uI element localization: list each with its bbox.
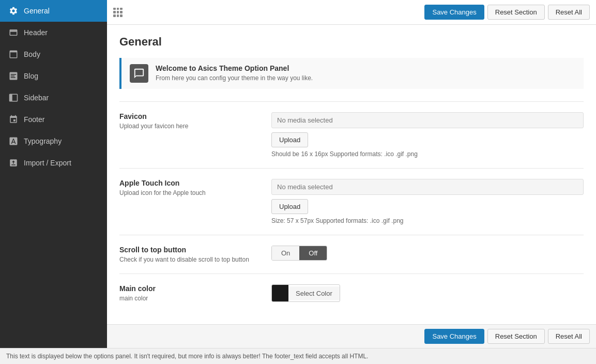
top-bar: Save Changes Reset Section Reset All bbox=[107, 0, 596, 25]
sidebar-item-blog-label: Blog bbox=[24, 72, 38, 80]
content-area: General Welcome to Asics Theme Option Pa… bbox=[107, 25, 596, 348]
top-reset-all-button[interactable]: Reset All bbox=[548, 5, 590, 20]
favicon-media-input[interactable] bbox=[271, 112, 584, 128]
color-swatch bbox=[272, 285, 288, 301]
bottom-reset-all-button[interactable]: Reset All bbox=[548, 329, 590, 344]
sidebar-item-body[interactable]: Body bbox=[0, 43, 107, 65]
bottom-save-button[interactable]: Save Changes bbox=[424, 329, 484, 344]
bottom-bar: Save Changes Reset Section Reset All bbox=[107, 324, 596, 348]
sidebar-item-import-export[interactable]: Import / Export bbox=[0, 152, 107, 174]
top-bar-left bbox=[113, 8, 123, 17]
favicon-section: Favicon Upload your favicon here Upload … bbox=[119, 101, 584, 168]
apple-touch-section: Apple Touch Icon Upload icon for the App… bbox=[119, 168, 584, 235]
scroll-top-description: Check if you want to disable scroll to t… bbox=[119, 256, 259, 263]
apple-touch-upload-button[interactable]: Upload bbox=[271, 199, 308, 214]
page-title: General bbox=[119, 35, 584, 49]
top-bar-right: Save Changes Reset Section Reset All bbox=[424, 5, 590, 20]
sidebar-item-footer-label: Footer bbox=[24, 115, 44, 124]
grid-view-icon[interactable] bbox=[113, 8, 123, 17]
sidebar-item-import-export-label: Import / Export bbox=[24, 159, 71, 167]
blog-icon bbox=[8, 71, 19, 81]
scroll-top-section: Scroll to top button Check if you want t… bbox=[119, 235, 584, 274]
favicon-description: Upload your favicon here bbox=[119, 123, 259, 130]
apple-touch-control-col: Upload Size: 57 x 57px Supported formats… bbox=[271, 179, 584, 224]
import-export-icon bbox=[8, 158, 19, 168]
apple-touch-label: Apple Touch Icon bbox=[119, 179, 259, 187]
top-save-button[interactable]: Save Changes bbox=[424, 5, 484, 20]
body-icon bbox=[8, 49, 19, 59]
scroll-top-off-button[interactable]: Off bbox=[299, 246, 327, 260]
apple-touch-description: Upload icon for the Apple touch bbox=[119, 189, 259, 196]
svg-rect-4 bbox=[11, 75, 15, 77]
footer-icon bbox=[8, 114, 19, 125]
main-color-label-col: Main color main color bbox=[119, 284, 259, 302]
main-color-section: Main color main color Select Color bbox=[119, 274, 584, 312]
bottom-reset-section-button[interactable]: Reset Section bbox=[487, 329, 545, 344]
favicon-control-col: Upload Should be 16 x 16px Supported for… bbox=[271, 112, 584, 158]
sidebar-item-general[interactable]: General bbox=[0, 0, 107, 22]
sidebar-icon bbox=[8, 93, 19, 103]
sidebar-item-body-label: Body bbox=[24, 50, 40, 58]
scroll-top-label-col: Scroll to top button Check if you want t… bbox=[119, 246, 259, 263]
sidebar: General Header Body bbox=[0, 0, 107, 348]
apple-touch-media-input[interactable] bbox=[271, 179, 584, 195]
content-body: General Welcome to Asics Theme Option Pa… bbox=[107, 25, 596, 324]
sidebar-item-typography-label: Typography bbox=[24, 137, 62, 145]
sidebar-item-header-label: Header bbox=[24, 28, 48, 37]
scroll-top-on-button[interactable]: On bbox=[272, 246, 299, 260]
color-picker[interactable]: Select Color bbox=[271, 284, 340, 302]
welcome-text: Welcome to Asics Theme Option Panel From… bbox=[156, 64, 313, 82]
welcome-icon bbox=[130, 64, 148, 83]
apple-touch-hint: Size: 57 x 57px Supported formats: .ico … bbox=[271, 217, 584, 224]
sidebar-item-typography[interactable]: Typography bbox=[0, 130, 107, 152]
favicon-label-col: Favicon Upload your favicon here bbox=[119, 112, 259, 130]
main-color-control-col: Select Color bbox=[271, 284, 584, 302]
sidebar-item-blog[interactable]: Blog bbox=[0, 65, 107, 87]
main-color-description: main color bbox=[119, 295, 259, 302]
favicon-hint: Should be 16 x 16px Supported formats: .… bbox=[271, 150, 584, 158]
sidebar-item-footer[interactable]: Footer bbox=[0, 109, 107, 130]
svg-rect-3 bbox=[11, 74, 17, 75]
svg-rect-1 bbox=[10, 51, 17, 52]
typography-icon bbox=[8, 136, 19, 146]
svg-rect-7 bbox=[10, 94, 12, 101]
scroll-top-label: Scroll to top button bbox=[119, 246, 259, 254]
header-icon bbox=[8, 27, 19, 38]
footer-text-content: This text is displayed below the options… bbox=[6, 353, 368, 360]
apple-touch-label-col: Apple Touch Icon Upload icon for the App… bbox=[119, 179, 259, 196]
main-color-label: Main color bbox=[119, 284, 259, 293]
color-select-label: Select Color bbox=[288, 286, 340, 300]
sidebar-item-header[interactable]: Header bbox=[0, 22, 107, 43]
sidebar-item-general-label: General bbox=[24, 7, 50, 15]
favicon-upload-button[interactable]: Upload bbox=[271, 132, 308, 147]
welcome-subtitle: From here you can config your theme in t… bbox=[156, 74, 313, 82]
scroll-top-control-col: On Off bbox=[271, 246, 584, 261]
footer-text-bar: This text is displayed below the options… bbox=[0, 348, 596, 364]
sidebar-item-sidebar[interactable]: Sidebar bbox=[0, 87, 107, 109]
top-reset-section-button[interactable]: Reset Section bbox=[487, 5, 545, 20]
svg-rect-5 bbox=[11, 77, 16, 78]
welcome-box: Welcome to Asics Theme Option Panel From… bbox=[119, 58, 584, 89]
scroll-top-toggle: On Off bbox=[271, 246, 327, 261]
gear-icon bbox=[8, 6, 19, 16]
favicon-label: Favicon bbox=[119, 112, 259, 120]
sidebar-item-sidebar-label: Sidebar bbox=[24, 94, 49, 102]
welcome-title: Welcome to Asics Theme Option Panel bbox=[156, 64, 313, 72]
